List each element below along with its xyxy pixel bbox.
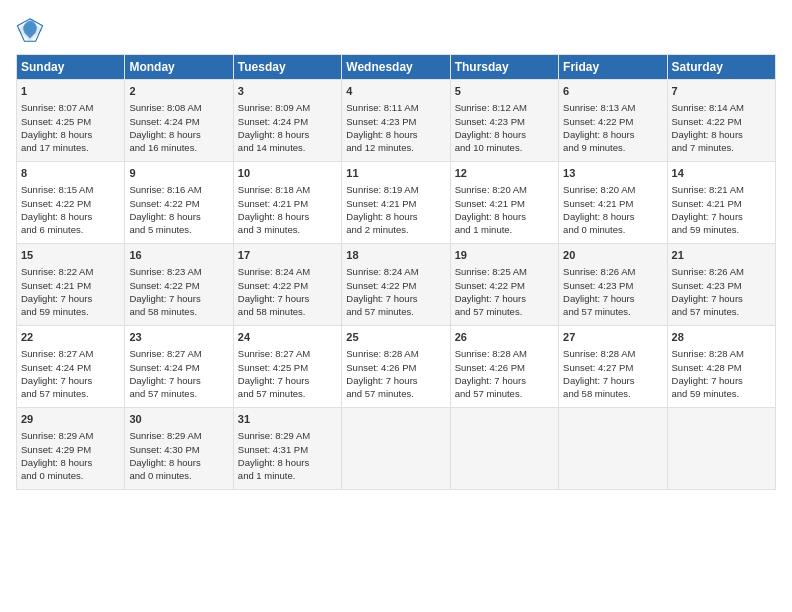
day-cell: 13Sunrise: 8:20 AMSunset: 4:21 PMDayligh… [559,162,667,244]
week-row: 29Sunrise: 8:29 AMSunset: 4:29 PMDayligh… [17,408,776,490]
day-cell: 30Sunrise: 8:29 AMSunset: 4:30 PMDayligh… [125,408,233,490]
day-number: 30 [129,412,228,427]
day-cell: 16Sunrise: 8:23 AMSunset: 4:22 PMDayligh… [125,244,233,326]
day-cell: 27Sunrise: 8:28 AMSunset: 4:27 PMDayligh… [559,326,667,408]
day-cell: 1Sunrise: 8:07 AMSunset: 4:25 PMDaylight… [17,80,125,162]
header-cell-wednesday: Wednesday [342,55,450,80]
day-cell: 21Sunrise: 8:26 AMSunset: 4:23 PMDayligh… [667,244,775,326]
day-cell: 20Sunrise: 8:26 AMSunset: 4:23 PMDayligh… [559,244,667,326]
day-number: 15 [21,248,120,263]
day-number: 3 [238,84,337,99]
day-cell: 26Sunrise: 8:28 AMSunset: 4:26 PMDayligh… [450,326,558,408]
day-cell: 17Sunrise: 8:24 AMSunset: 4:22 PMDayligh… [233,244,341,326]
day-number: 1 [21,84,120,99]
day-cell: 4Sunrise: 8:11 AMSunset: 4:23 PMDaylight… [342,80,450,162]
header-cell-thursday: Thursday [450,55,558,80]
header [16,16,776,44]
day-number: 12 [455,166,554,181]
logo-icon [16,16,44,44]
day-number: 2 [129,84,228,99]
day-cell: 7Sunrise: 8:14 AMSunset: 4:22 PMDaylight… [667,80,775,162]
day-cell: 22Sunrise: 8:27 AMSunset: 4:24 PMDayligh… [17,326,125,408]
header-cell-saturday: Saturday [667,55,775,80]
week-row: 8Sunrise: 8:15 AMSunset: 4:22 PMDaylight… [17,162,776,244]
day-cell: 9Sunrise: 8:16 AMSunset: 4:22 PMDaylight… [125,162,233,244]
header-row: SundayMondayTuesdayWednesdayThursdayFrid… [17,55,776,80]
day-cell: 28Sunrise: 8:28 AMSunset: 4:28 PMDayligh… [667,326,775,408]
day-number: 7 [672,84,771,99]
day-number: 17 [238,248,337,263]
day-cell: 10Sunrise: 8:18 AMSunset: 4:21 PMDayligh… [233,162,341,244]
day-number: 19 [455,248,554,263]
week-row: 15Sunrise: 8:22 AMSunset: 4:21 PMDayligh… [17,244,776,326]
day-number: 25 [346,330,445,345]
day-cell [450,408,558,490]
day-cell: 19Sunrise: 8:25 AMSunset: 4:22 PMDayligh… [450,244,558,326]
day-cell: 24Sunrise: 8:27 AMSunset: 4:25 PMDayligh… [233,326,341,408]
day-cell: 8Sunrise: 8:15 AMSunset: 4:22 PMDaylight… [17,162,125,244]
header-cell-sunday: Sunday [17,55,125,80]
page: SundayMondayTuesdayWednesdayThursdayFrid… [0,0,792,612]
day-number: 20 [563,248,662,263]
day-cell: 18Sunrise: 8:24 AMSunset: 4:22 PMDayligh… [342,244,450,326]
day-cell [667,408,775,490]
day-number: 23 [129,330,228,345]
day-cell: 15Sunrise: 8:22 AMSunset: 4:21 PMDayligh… [17,244,125,326]
day-cell: 14Sunrise: 8:21 AMSunset: 4:21 PMDayligh… [667,162,775,244]
day-cell: 11Sunrise: 8:19 AMSunset: 4:21 PMDayligh… [342,162,450,244]
day-cell: 31Sunrise: 8:29 AMSunset: 4:31 PMDayligh… [233,408,341,490]
day-number: 8 [21,166,120,181]
header-cell-friday: Friday [559,55,667,80]
day-number: 18 [346,248,445,263]
day-cell: 23Sunrise: 8:27 AMSunset: 4:24 PMDayligh… [125,326,233,408]
day-cell: 6Sunrise: 8:13 AMSunset: 4:22 PMDaylight… [559,80,667,162]
day-cell: 3Sunrise: 8:09 AMSunset: 4:24 PMDaylight… [233,80,341,162]
day-number: 22 [21,330,120,345]
day-number: 6 [563,84,662,99]
week-row: 22Sunrise: 8:27 AMSunset: 4:24 PMDayligh… [17,326,776,408]
day-number: 9 [129,166,228,181]
logo [16,16,48,44]
day-number: 14 [672,166,771,181]
day-number: 31 [238,412,337,427]
day-number: 21 [672,248,771,263]
day-number: 11 [346,166,445,181]
day-cell: 2Sunrise: 8:08 AMSunset: 4:24 PMDaylight… [125,80,233,162]
day-cell: 5Sunrise: 8:12 AMSunset: 4:23 PMDaylight… [450,80,558,162]
day-number: 24 [238,330,337,345]
week-row: 1Sunrise: 8:07 AMSunset: 4:25 PMDaylight… [17,80,776,162]
day-number: 28 [672,330,771,345]
day-cell: 29Sunrise: 8:29 AMSunset: 4:29 PMDayligh… [17,408,125,490]
day-cell [342,408,450,490]
day-number: 26 [455,330,554,345]
day-cell: 12Sunrise: 8:20 AMSunset: 4:21 PMDayligh… [450,162,558,244]
day-number: 10 [238,166,337,181]
day-number: 16 [129,248,228,263]
header-cell-tuesday: Tuesday [233,55,341,80]
day-number: 5 [455,84,554,99]
day-number: 29 [21,412,120,427]
day-number: 4 [346,84,445,99]
day-number: 27 [563,330,662,345]
header-cell-monday: Monday [125,55,233,80]
day-number: 13 [563,166,662,181]
day-cell: 25Sunrise: 8:28 AMSunset: 4:26 PMDayligh… [342,326,450,408]
calendar-table: SundayMondayTuesdayWednesdayThursdayFrid… [16,54,776,490]
day-cell [559,408,667,490]
